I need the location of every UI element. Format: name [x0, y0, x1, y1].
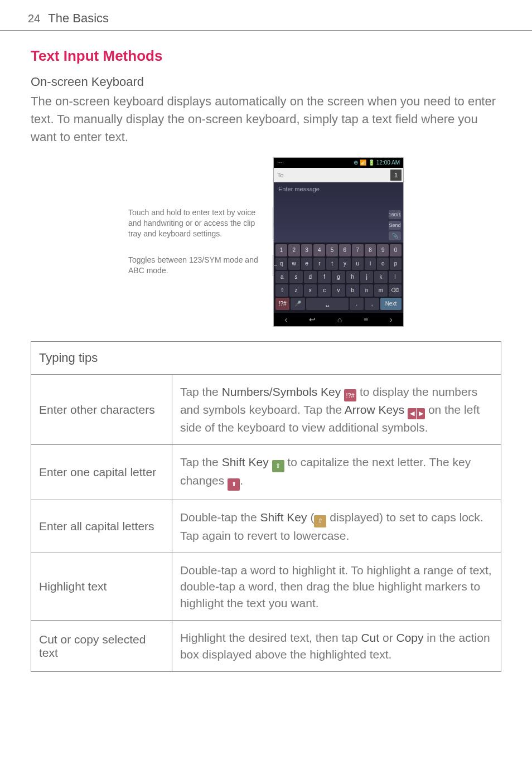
key-⇧[interactable]: ⇧: [275, 284, 288, 297]
key-g[interactable]: g: [332, 271, 345, 283]
breadcrumb: The Basics: [48, 11, 109, 26]
callout-hold-to-enter: Touch and hold to enter text by voice an…: [128, 207, 273, 239]
status-left: ⋯: [277, 159, 283, 166]
mic-key[interactable]: 🎤: [291, 298, 304, 310]
key-a[interactable]: a: [275, 271, 288, 283]
row-label: Highlight text: [31, 553, 172, 620]
dot-key[interactable]: .: [350, 298, 364, 310]
key-6[interactable]: 6: [339, 244, 351, 256]
mode-toggle-key[interactable]: !?#: [275, 298, 289, 310]
row-label: Enter other characters: [31, 374, 172, 445]
typing-tips-table: Typing tips Enter other characters Tap t…: [31, 341, 501, 672]
key-7[interactable]: 7: [352, 244, 364, 256]
key-2[interactable]: 2: [288, 244, 300, 256]
key-p[interactable]: p: [390, 258, 402, 270]
key-9[interactable]: 9: [377, 244, 389, 256]
key-n[interactable]: n: [360, 284, 373, 297]
row-desc: Double-tap the Shift Key (⇧ displayed) t…: [172, 500, 501, 553]
row-desc: Tap the Shift Key ⇧ to capitalize the ne…: [172, 445, 501, 500]
key-r[interactable]: r: [313, 258, 325, 270]
content: Text Input Methods On-screen Keyboard Th…: [0, 31, 532, 689]
message-area[interactable]: Enter message 160/1 Send 📎: [274, 182, 403, 243]
table-header: Typing tips: [31, 341, 501, 374]
attach-icon[interactable]: 📎: [389, 231, 401, 240]
key-v[interactable]: v: [332, 284, 345, 297]
table-row: Enter other characters Tap the Numbers/S…: [31, 374, 501, 445]
to-field-row: 1: [274, 168, 403, 182]
key-c[interactable]: c: [318, 284, 331, 297]
key-i[interactable]: i: [365, 258, 376, 270]
status-time: ⊕ 📶 🔋 12:00 AM: [354, 159, 400, 166]
status-bar: ⋯ ⊕ 📶 🔋 12:00 AM: [274, 158, 403, 168]
shift-key-capslock-icon: ⇧: [314, 515, 326, 527]
key-u[interactable]: u: [352, 258, 364, 270]
key-4[interactable]: 4: [313, 244, 325, 256]
table-row: Highlight text Double-tap a word to high…: [31, 553, 501, 620]
space-key[interactable]: ␣: [306, 298, 349, 310]
key-3[interactable]: 3: [301, 244, 313, 256]
nav-recent-icon[interactable]: ≡: [364, 315, 368, 324]
table-row: Enter one capital letter Tap the Shift K…: [31, 445, 501, 500]
key-0[interactable]: 0: [390, 244, 402, 256]
message-placeholder: Enter message: [278, 186, 320, 192]
row-desc: Tap the Numbers/Symbols Key !?# to displ…: [172, 374, 501, 445]
key-8[interactable]: 8: [365, 244, 376, 256]
to-input[interactable]: [274, 172, 390, 178]
row-label: Cut or copy selected text: [31, 621, 172, 672]
key-x[interactable]: x: [304, 284, 317, 297]
table-row: Cut or copy selected text Highlight the …: [31, 621, 501, 672]
key-l[interactable]: l: [389, 271, 402, 283]
page-header: 24 The Basics: [0, 0, 532, 31]
key-b[interactable]: b: [346, 284, 359, 297]
subheading: On-screen Keyboard: [31, 75, 501, 89]
key-e[interactable]: e: [301, 258, 313, 270]
nav-left-icon[interactable]: ‹: [284, 315, 287, 324]
row-desc: Double-tap a word to highlight it. To hi…: [172, 553, 501, 620]
figure: Touch and hold to enter text by voice an…: [31, 157, 501, 327]
send-chip[interactable]: Send: [389, 221, 401, 230]
page-number: 24: [28, 12, 40, 25]
row-label: Enter all capital letters: [31, 500, 172, 553]
key-h[interactable]: h: [346, 271, 359, 283]
numbers-symbols-key-icon: !?#: [344, 389, 356, 401]
row-label: Enter one capital letter: [31, 445, 172, 500]
key-⌫[interactable]: ⌫: [389, 284, 402, 297]
nav-bar: ‹ ↩ ⌂ ≡ ›: [274, 313, 403, 326]
key-s[interactable]: s: [289, 271, 302, 283]
next-key[interactable]: Next: [380, 298, 402, 310]
key-o[interactable]: o: [377, 258, 389, 270]
key-5[interactable]: 5: [326, 244, 338, 256]
nav-home-icon[interactable]: ⌂: [337, 315, 342, 324]
on-screen-keyboard[interactable]: 1234567890 qwertyuiop asdfghjkl ⇧zxcvbnm…: [274, 243, 403, 313]
key-k[interactable]: k: [374, 271, 387, 283]
nav-right-icon[interactable]: ›: [390, 315, 393, 324]
key-z[interactable]: z: [289, 284, 302, 297]
key-f[interactable]: f: [318, 271, 331, 283]
row-desc: Highlight the desired text, then tap Cut…: [172, 621, 501, 672]
intro-paragraph: The on-screen keyboard displays automati…: [31, 93, 501, 146]
nav-back-icon[interactable]: ↩: [309, 315, 316, 324]
key-j[interactable]: j: [360, 271, 373, 283]
recipient-count-icon[interactable]: 1: [390, 170, 402, 181]
comma-key[interactable]: ,: [365, 298, 379, 310]
phone-mock: ⋯ ⊕ 📶 🔋 12:00 AM 1 Enter message 160/1 S…: [273, 157, 404, 327]
key-q[interactable]: q: [275, 258, 287, 270]
table-row: Enter all capital letters Double-tap the…: [31, 500, 501, 553]
section-title: Text Input Methods: [31, 47, 501, 65]
key-y[interactable]: y: [339, 258, 351, 270]
shift-key-icon: ⇧: [272, 460, 284, 472]
arrow-keys-icon: ◀▶: [408, 408, 425, 419]
char-count-chip: 160/1: [389, 210, 401, 219]
key-w[interactable]: w: [288, 258, 300, 270]
key-t[interactable]: t: [326, 258, 338, 270]
key-d[interactable]: d: [304, 271, 317, 283]
key-m[interactable]: m: [374, 284, 387, 297]
key-1[interactable]: 1: [275, 244, 287, 256]
callout-toggle-mode: Toggles between 123/SYM mode and ABC mod…: [128, 255, 273, 276]
shift-key-changed-icon: ⬆: [228, 478, 240, 491]
